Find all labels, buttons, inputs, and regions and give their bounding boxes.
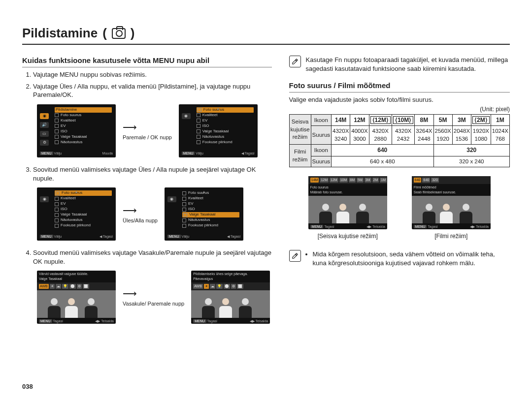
size-cell: 3264X2448 <box>415 126 433 145</box>
footer-exit: Välju <box>182 235 190 238</box>
footer-back: Tagasi <box>324 225 334 228</box>
gear-icon: ⚙ <box>40 140 49 146</box>
size-chip: 12M <box>320 178 329 182</box>
row-still-header: Seisva kujutise režiim <box>289 115 311 145</box>
lcd-caption-line: Määrab foto suuruse. <box>310 190 385 194</box>
size-chip: 10M <box>339 178 348 182</box>
wb-chip: ⚪ <box>224 284 230 288</box>
menu-item: Näotuvastus <box>61 217 82 223</box>
menu-item: Foto suurus <box>62 190 82 196</box>
menu-key-icon: MENU <box>193 319 206 323</box>
size-cell: 2560X1920 <box>433 126 452 145</box>
size-chip: 12M <box>330 178 338 182</box>
note-fn-button: Kasutage Fn nuppu fotoaparaadi tagakülje… <box>289 56 510 73</box>
lcd-wb-daylight: Pildistamiseks ühes selge päevaga. Päeva… <box>191 271 270 324</box>
camera-icon: ◉ <box>40 113 49 119</box>
size-icon-cell: 1M <box>491 115 509 126</box>
wb-chip: ☀ <box>204 284 209 288</box>
wb-chip: ⚙ <box>231 284 236 288</box>
paren-open: ( <box>102 25 107 42</box>
footer-move: Teisalda <box>255 319 268 323</box>
lcd-caption-line: Foto suurus <box>310 185 385 189</box>
lcd-still-preview: 14M 12M 12M 10M 8M 5M 3M 2M 1M Foto suur… <box>308 176 387 229</box>
step-3: Soovitud menüü valimiseks vajutage Üles … <box>33 165 272 183</box>
menu-item: Valge Tasakaal <box>202 129 229 134</box>
arrow-right-icon: ⟶ <box>123 204 158 217</box>
pencil-note-icon <box>289 250 301 262</box>
size-table: Seisva kujutise režiim Ikoon 14M 12M ⟨12… <box>289 114 510 167</box>
figure-row-3: Värvid vastavalt valguse tüübile. Valge … <box>37 271 272 324</box>
size-icon-cell: ⟨10M⟩ <box>393 116 413 124</box>
col-icon-# truncated keep -->: Ikoon <box>311 145 331 156</box>
arrow-right-icon: ⟶ <box>123 287 184 300</box>
paren-close: ) <box>131 25 135 42</box>
page-number: 038 <box>22 382 33 391</box>
unit-label: (Unit: pixel) <box>289 105 510 113</box>
note-2-text: Mida kõrgem resolutsioon, seda vähem võt… <box>313 250 510 267</box>
footer-exit: Välju <box>54 235 62 238</box>
menu-item: Fookuse piirkond <box>61 223 91 228</box>
movie-size-cell: 320 x 240 <box>433 156 509 167</box>
arrow-3-label: Vasakule/ Paremale nupp <box>123 300 184 308</box>
wb-chip: ☁ <box>210 284 215 288</box>
step-4: Soovitud menüü valimiseks vajutage Vasak… <box>33 248 272 266</box>
menu-item: Kvaliteet <box>61 118 76 123</box>
left-heading: Kuidas funktsioone kasutusele võtta MENU… <box>22 56 272 67</box>
col-icon-header: Ikoon <box>311 115 331 126</box>
menu-key-icon: MENU <box>167 235 181 238</box>
size-chip: 3M <box>365 178 371 182</box>
menu-item: EV <box>202 118 208 123</box>
menu-item: Valge Tasakaal <box>61 212 87 217</box>
wb-chip: AWB <box>39 284 49 288</box>
figure-row-2: ▲ ◉ Foto suurus Kvaliteet EV ISO Valge T… <box>37 187 272 241</box>
movie-preview-caption: [Filmi režiim] <box>434 232 467 240</box>
wb-chip: 💡 <box>62 284 68 288</box>
menu-item: Fookuse piirkond <box>188 223 218 228</box>
size-cell: 2048X1536 <box>452 126 471 145</box>
menu-key-icon: MENU <box>39 319 52 323</box>
note-1-text: Kasutage Fn nuppu fotoaparaadi tagakülje… <box>306 56 510 73</box>
size-cell: 1920X1080 <box>471 126 491 145</box>
size-cell: 4320X3240 <box>332 126 350 145</box>
arrow-2-label: Üles/Alla nupp <box>123 217 158 224</box>
footer-move: Muuda <box>102 151 113 155</box>
lcd-caption-line: Valge Tasakaal <box>39 277 114 281</box>
right-subtext: Valige enda vajaduste jaoks sobiv foto/f… <box>289 95 510 104</box>
step-2: Vajutage Üles / Alla nuppu, et valida me… <box>33 82 272 99</box>
menu-item: ISO <box>61 129 67 134</box>
page-title-row: Pildistamine ( ) <box>22 25 510 45</box>
size-cell: 4320X2432 <box>392 126 414 145</box>
menu-item: EV <box>61 201 66 207</box>
menu-key-icon: MENU <box>414 225 427 228</box>
step-1: Vajutage MENU nuppu sobivas režiimis. <box>33 70 272 79</box>
menu-key-icon: MENU <box>310 225 324 228</box>
footer-back: Tagasi <box>207 319 217 323</box>
movie-size-cell: 640 x 480 <box>332 156 433 167</box>
display-icon: ▭ <box>40 131 49 137</box>
camera-icon: ◉ <box>182 113 191 119</box>
size-cell: 4320X2880 <box>369 126 392 145</box>
footer-move: Teisalda <box>372 225 385 228</box>
still-preview-caption: [Seisva kujutise režiim] <box>318 232 378 240</box>
wb-chip: ⬜ <box>83 284 89 288</box>
size-icon-cell: 14M <box>332 115 350 126</box>
menu-item: Näotuvastus <box>61 140 82 145</box>
right-heading: Foto suurus / Filmi mõõtmed <box>289 81 510 93</box>
footer-exit: Välju <box>54 152 62 155</box>
menu-item: Näotuvastus <box>188 217 210 223</box>
menu-item: ISO <box>202 123 209 129</box>
col-size-header: Suurus <box>311 126 331 145</box>
footer-back: Tagasi <box>231 235 240 238</box>
menu-item: Valge Tasakaal <box>189 212 216 217</box>
wb-chip: 💡 <box>216 284 223 288</box>
col-size-header-2: Suurus <box>311 156 331 167</box>
movie-icon-cell: 640 <box>332 145 433 156</box>
menu-item: Foto suurus <box>188 190 209 196</box>
size-cell: 4000X3000 <box>350 126 369 145</box>
wb-chip: ☀ <box>50 284 55 288</box>
footer-back: Tagasi <box>428 225 437 228</box>
size-chip: 320 <box>431 178 439 182</box>
lcd-caption-line: Pildistamiseks ühes selge päevaga. <box>193 272 268 276</box>
tab-label: Pildistamine <box>56 107 77 113</box>
movie-icon-cell: 320 <box>433 145 509 156</box>
